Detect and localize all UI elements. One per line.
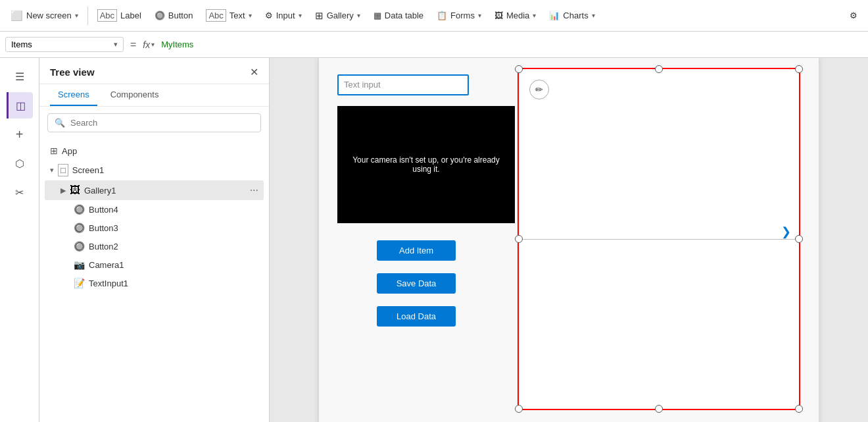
handle-bl[interactable] xyxy=(515,405,523,413)
media-icon: 🖼 xyxy=(494,11,503,20)
tree-item-app-label: App xyxy=(62,146,258,156)
label-button[interactable]: Abc Label xyxy=(92,7,147,24)
button4-icon: 🔘 xyxy=(74,204,85,215)
button-button[interactable]: 🔘 Button xyxy=(149,8,199,23)
load-data-label: Load Data xyxy=(397,311,436,321)
canvas-text-input[interactable]: Text input xyxy=(337,74,469,95)
formula-input[interactable] xyxy=(158,37,863,52)
gallery-edit-button[interactable]: ✏ xyxy=(529,80,549,99)
fx-label: fx xyxy=(143,40,150,50)
datatable-icon: ▦ xyxy=(374,11,381,20)
canvas-camera: Your camera isn't set up, or you're alre… xyxy=(337,106,515,223)
forms-label: Forms xyxy=(450,11,475,20)
charts-chevron: ▾ xyxy=(592,12,595,19)
handle-mr[interactable] xyxy=(795,235,803,243)
tree-item-app[interactable]: ⊞ App xyxy=(45,142,264,160)
gallery-button[interactable]: ⊞ Gallery ▾ xyxy=(310,7,366,24)
add-icon[interactable]: + xyxy=(7,121,33,147)
fx-button[interactable]: fx ▾ xyxy=(143,40,155,50)
label-icon: Abc xyxy=(97,9,117,22)
search-input[interactable] xyxy=(70,118,254,128)
divider-1 xyxy=(87,7,88,25)
gallery-next-button[interactable]: ❯ xyxy=(781,224,791,239)
tree-item-gallery1[interactable]: ▶ 🖼 Gallery1 ··· xyxy=(45,180,264,200)
input-icon: ⚙ xyxy=(265,11,273,20)
tree-item-button3-label: Button3 xyxy=(89,223,258,233)
gallery-chevron-icon: ❯ xyxy=(781,225,791,238)
tree-item-button4[interactable]: 🔘 Button4 xyxy=(45,200,264,219)
gallery-widget[interactable]: ✏ ❯ xyxy=(518,68,800,410)
save-data-label: Save Data xyxy=(397,278,437,288)
sidebar-title: Tree view xyxy=(50,66,95,78)
datatable-button[interactable]: ▦ Data table xyxy=(368,8,429,23)
settings-icon: ⚙ xyxy=(850,11,857,20)
input-button[interactable]: ⚙ Input ▾ xyxy=(260,8,307,23)
add-item-label: Add Item xyxy=(399,246,433,255)
gallery1-more-button[interactable]: ··· xyxy=(250,184,258,196)
text-input-placeholder: Text input xyxy=(344,80,381,90)
search-box: 🔍 xyxy=(47,113,261,132)
handle-br[interactable] xyxy=(795,405,803,413)
screen1-icon: □ xyxy=(58,164,68,176)
hamburger-icon[interactable]: ☰ xyxy=(7,63,33,90)
tree-item-button2-label: Button2 xyxy=(89,242,258,251)
handle-tr[interactable] xyxy=(795,65,803,73)
media-button[interactable]: 🖼 Media ▾ xyxy=(489,8,541,23)
tree-item-screen1-label: Screen1 xyxy=(72,165,258,175)
sidebar-header: Tree view ✕ xyxy=(39,58,269,84)
layers-icon[interactable]: ◫ xyxy=(7,92,33,119)
canvas-area: Text input Your camera isn't set up, or … xyxy=(270,58,868,422)
new-screen-button[interactable]: ⬜ New screen ▾ xyxy=(5,7,84,24)
datatable-label: Data table xyxy=(385,11,423,20)
tab-screens[interactable]: Screens xyxy=(50,84,97,106)
gallery-icon: ⊞ xyxy=(315,10,324,22)
gallery1-icon: 🖼 xyxy=(70,184,80,196)
gallery-chevron: ▾ xyxy=(357,12,360,19)
add-item-button[interactable]: Add Item xyxy=(377,240,456,261)
handle-tl[interactable] xyxy=(515,65,523,73)
data-icon[interactable]: ⬡ xyxy=(7,150,33,176)
forms-button[interactable]: 📋 Forms ▾ xyxy=(431,8,487,23)
media-label: Media xyxy=(506,11,529,20)
tree-item-button3[interactable]: 🔘 Button3 xyxy=(45,219,264,237)
fx-chevron: ▾ xyxy=(151,41,155,48)
tree-item-camera1[interactable]: 📷 Camera1 xyxy=(45,255,264,274)
handle-bc[interactable] xyxy=(655,405,663,413)
button3-icon: 🔘 xyxy=(74,223,85,233)
tree-item-camera1-label: Camera1 xyxy=(89,260,258,270)
equals-sign: = xyxy=(128,39,139,51)
tree-item-textinput1[interactable]: 📝 TextInput1 xyxy=(45,274,264,292)
forms-chevron: ▾ xyxy=(478,12,481,19)
tab-components[interactable]: Components xyxy=(103,84,167,106)
new-screen-chevron: ▾ xyxy=(75,12,78,19)
formula-bar: Items ▾ = fx ▾ xyxy=(0,32,868,58)
save-data-button[interactable]: Save Data xyxy=(377,273,456,294)
settings-button[interactable]: ⚙ xyxy=(844,8,863,23)
property-value: Items xyxy=(11,40,111,49)
forms-icon: 📋 xyxy=(437,11,447,20)
property-selector[interactable]: Items ▾ xyxy=(5,37,124,52)
text-button[interactable]: Abc Text ▾ xyxy=(201,7,256,24)
input-chevron: ▾ xyxy=(299,12,302,19)
charts-button[interactable]: 📊 Charts ▾ xyxy=(544,8,600,23)
new-screen-label: New screen xyxy=(26,11,72,20)
app-icon: ⊞ xyxy=(50,145,58,156)
gallery-label: Gallery xyxy=(327,11,354,20)
sidebar-tabs: Screens Components xyxy=(39,84,269,107)
textinput1-icon: 📝 xyxy=(74,278,85,288)
tree-item-button2[interactable]: 🔘 Button2 xyxy=(45,237,264,255)
tree-item-textinput1-label: TextInput1 xyxy=(89,278,258,288)
media-chevron: ▾ xyxy=(533,12,536,19)
handle-ml[interactable] xyxy=(515,235,523,243)
variables-icon[interactable]: ✂ xyxy=(7,179,33,205)
sidebar-close-button[interactable]: ✕ xyxy=(250,66,258,78)
handle-tc[interactable] xyxy=(655,65,663,73)
tree-item-screen1[interactable]: ▾ □ Screen1 xyxy=(45,160,264,180)
button-label: Button xyxy=(168,11,193,20)
app-canvas: Text input Your camera isn't set up, or … xyxy=(319,58,819,422)
pencil-icon: ✏ xyxy=(535,84,543,95)
load-data-button[interactable]: Load Data xyxy=(377,306,456,327)
button-icon: 🔘 xyxy=(155,11,165,20)
property-chevron: ▾ xyxy=(114,40,118,49)
camera-message: Your camera isn't set up, or you're alre… xyxy=(337,150,515,179)
